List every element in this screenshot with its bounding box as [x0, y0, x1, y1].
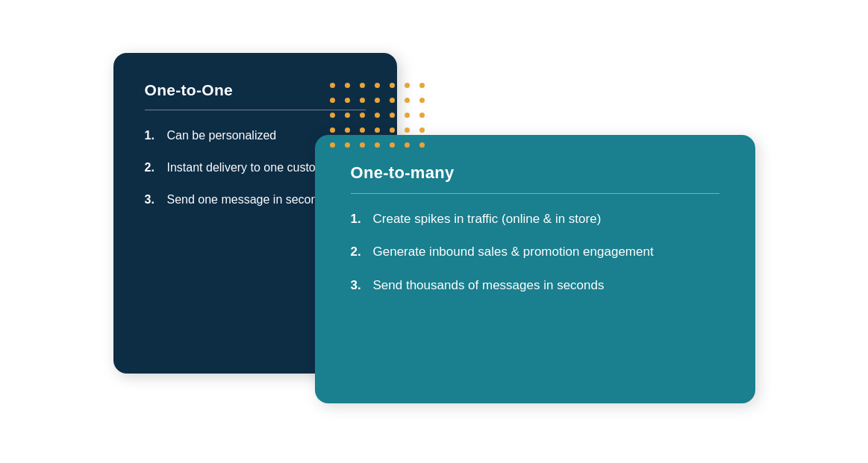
dot [390, 113, 395, 118]
list-number: 2. [145, 159, 167, 176]
list-number: 1. [351, 210, 373, 229]
list-number: 1. [145, 127, 167, 144]
dot [330, 98, 335, 103]
dot [375, 98, 380, 103]
list-item: 1. Create spikes in traffic (online & in… [351, 210, 719, 229]
dot [360, 127, 365, 133]
card-one-to-many: One-to-many 1. Create spikes in traffic … [315, 135, 755, 403]
list-number: 3. [351, 277, 373, 295]
dot [345, 142, 350, 148]
dot [405, 113, 410, 118]
dot [345, 98, 350, 103]
dot [330, 142, 335, 148]
list-item: 3. Send thousands of messages in seconds [351, 277, 719, 295]
dot [330, 113, 335, 118]
dot [390, 127, 395, 133]
dot [375, 113, 380, 118]
dot [345, 127, 350, 133]
dot [345, 83, 350, 88]
dot [330, 127, 335, 133]
dot [405, 98, 410, 103]
list-text: Can be personalized [167, 127, 277, 144]
dot [419, 98, 425, 103]
dot-grid-decoration [330, 83, 427, 157]
list-number: 2. [351, 243, 373, 262]
dot [390, 83, 395, 88]
dot [375, 83, 380, 88]
list-text: Create spikes in traffic (online & in st… [373, 210, 602, 229]
list-text: Send thousands of messages in seconds [373, 277, 605, 295]
dot [375, 142, 380, 148]
dot [390, 98, 395, 103]
dot [360, 83, 365, 88]
dot [419, 113, 425, 118]
dot [345, 113, 350, 118]
card-many-title: One-to-many [351, 163, 719, 183]
list-text: Send one message in seconds [167, 191, 331, 208]
list-text: Instant delivery to one customer [167, 159, 337, 176]
dot [405, 142, 410, 148]
dot [360, 142, 365, 148]
card-many-list: 1. Create spikes in traffic (online & in… [351, 210, 719, 295]
dot [360, 113, 365, 118]
dot [330, 83, 335, 88]
scene: One-to-One 1. Can be personalized 2. Ins… [99, 38, 770, 426]
dot [405, 83, 410, 88]
list-number: 3. [145, 191, 167, 208]
dot [419, 127, 425, 133]
dot [419, 83, 425, 88]
dot [375, 127, 380, 133]
dot [390, 142, 395, 148]
card-many-divider [351, 193, 719, 194]
list-item: 2. Generate inbound sales & promotion en… [351, 243, 719, 262]
dot [360, 98, 365, 103]
list-text: Generate inbound sales & promotion engag… [373, 243, 654, 262]
dot [405, 127, 410, 133]
dot [419, 142, 425, 148]
